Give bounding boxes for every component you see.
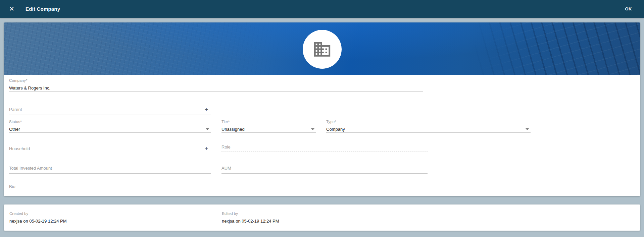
field-role: Role [221, 144, 428, 152]
field-total-invested-amount: Total Invested Amount [9, 165, 211, 174]
edit-company-dialog: ✕ Edit Company OK Company* Waters & Roge… [0, 0, 644, 237]
created-by-block: Created by nexjsa on 05-02-19 12:24 PM [9, 211, 67, 224]
status-underline [9, 132, 211, 133]
aum-underline [221, 173, 428, 174]
banner-buildings-right [475, 22, 640, 75]
audit-info-card: Created by nexjsa on 05-02-19 12:24 PM E… [4, 204, 640, 231]
company-banner-image [4, 22, 640, 75]
add-household-icon[interactable]: + [203, 145, 210, 153]
field-tier[interactable]: Tier* Unassigned [221, 119, 316, 133]
building-icon [312, 40, 332, 59]
type-label: Type* [326, 119, 531, 124]
created-by-label: Created by [9, 211, 67, 216]
field-aum: AUM [221, 165, 428, 174]
household-input[interactable]: Household [9, 146, 30, 151]
parent-input[interactable]: Parent [9, 107, 22, 112]
parent-underline [9, 115, 211, 115]
total-invested-amount-input[interactable]: Total Invested Amount [9, 166, 52, 171]
company-form-card: Company* Waters & Rogers Inc. Parent + S… [4, 22, 640, 196]
close-icon[interactable]: ✕ [7, 4, 17, 14]
type-underline [326, 132, 531, 133]
field-bio: Bio [9, 183, 636, 192]
tier-underline [221, 132, 316, 133]
field-parent: Parent + [9, 106, 211, 115]
type-dropdown-arrow-icon [526, 128, 529, 130]
status-dropdown-arrow-icon [206, 128, 209, 130]
status-select[interactable]: Other [9, 126, 211, 132]
type-select[interactable]: Company [326, 126, 531, 132]
field-status[interactable]: Status* Other [9, 119, 211, 133]
bio-underline [9, 192, 636, 192]
dialog-header: ✕ Edit Company OK [0, 0, 644, 18]
aum-input[interactable]: AUM [221, 166, 231, 171]
edited-by-block: Edited by nexjsa on 05-02-19 12:24 PM [222, 211, 279, 224]
field-company: Company* Waters & Rogers Inc. [9, 78, 423, 92]
role-underline [221, 152, 428, 152]
ok-button[interactable]: OK [623, 4, 634, 14]
company-underline [9, 91, 423, 92]
edited-by-label: Edited by [222, 211, 279, 216]
tier-select[interactable]: Unassigned [221, 126, 316, 132]
page-title: Edit Company [26, 6, 60, 12]
field-type[interactable]: Type* Company [326, 119, 531, 133]
edited-by-value: nexjsa on 05-02-19 12:24 PM [222, 219, 279, 224]
add-parent-icon[interactable]: + [203, 106, 210, 113]
company-avatar[interactable] [303, 30, 342, 69]
field-household: Household + [9, 145, 211, 154]
created-by-value: nexjsa on 05-02-19 12:24 PM [9, 219, 67, 224]
total-invested-amount-underline [9, 173, 211, 174]
company-input[interactable]: Waters & Rogers Inc. [9, 85, 423, 91]
tier-label: Tier* [221, 119, 316, 124]
household-underline [9, 154, 211, 154]
bio-input[interactable]: Bio [9, 184, 15, 189]
role-input: Role [221, 144, 231, 150]
status-label: Status* [9, 119, 211, 124]
tier-dropdown-arrow-icon [311, 128, 314, 130]
banner-buildings-left [4, 22, 297, 75]
company-label: Company* [9, 78, 423, 83]
